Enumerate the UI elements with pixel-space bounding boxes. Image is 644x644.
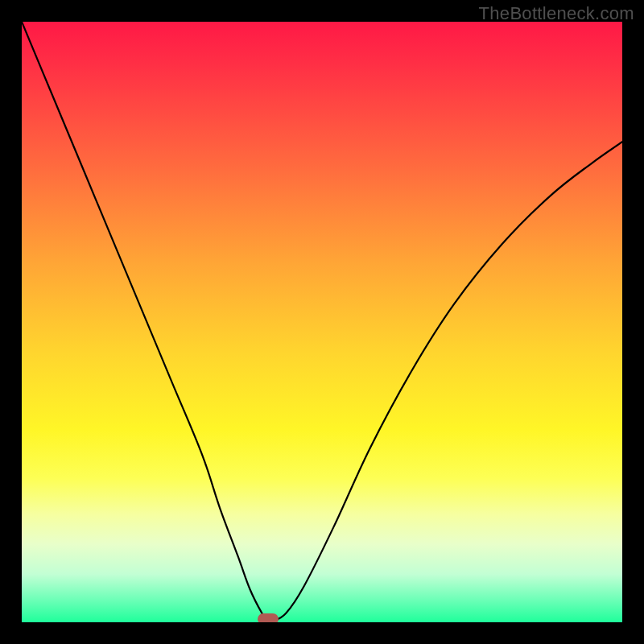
optimal-marker bbox=[258, 613, 279, 622]
curve-layer bbox=[22, 22, 622, 622]
plot-area bbox=[22, 22, 622, 622]
chart-frame: TheBottleneck.com bbox=[0, 0, 644, 644]
bottleneck-curve bbox=[22, 22, 622, 622]
watermark-text: TheBottleneck.com bbox=[479, 3, 634, 24]
